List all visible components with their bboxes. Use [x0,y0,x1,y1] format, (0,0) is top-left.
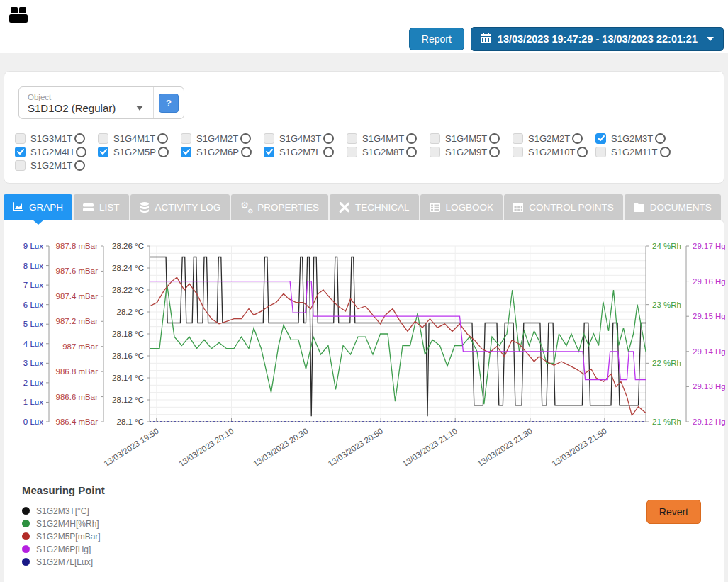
object-select-value: S1D1O2 (Regular) [28,102,116,114]
sensor-label: S1G2M3T [611,133,653,144]
svg-text:28.1 °C: 28.1 °C [117,418,144,426]
sensor-radio[interactable] [241,147,252,157]
sensor-radio[interactable] [323,147,334,157]
sensor-filter-item[interactable]: S1G2M8T [347,145,430,158]
tab-logbook[interactable]: LOGBOOK [420,194,503,220]
svg-text:28.12 °C: 28.12 °C [112,396,144,404]
sensor-radio[interactable] [406,147,417,157]
help-button[interactable]: ? [159,94,179,113]
legend-item: S1G2M6P[Hg] [22,543,724,555]
sensor-checkbox[interactable] [513,147,523,157]
legend-dot [22,545,30,553]
sensor-radio[interactable] [489,133,500,144]
app-logo-boxes-icon[interactable] [9,6,28,26]
tab-list[interactable]: LIST [74,194,129,220]
sensor-radio[interactable] [572,133,583,144]
sensor-label: S1G4M3T [279,133,321,144]
svg-text:24 %Rh: 24 %Rh [652,242,681,250]
sensor-checkbox[interactable] [181,133,191,144]
sensor-filter-item[interactable]: S1G2M7L [264,145,347,158]
svg-text:0 Lux: 0 Lux [23,418,43,426]
sensor-radio[interactable] [406,133,417,144]
date-range-picker[interactable]: 13/03/2023 19:47:29 - 13/03/2023 22:01:2… [471,27,724,51]
sensor-radio[interactable] [74,133,85,144]
tab-properties[interactable]: PROPERTIES [231,194,328,220]
sensor-radio[interactable] [74,160,85,171]
revert-button[interactable]: Revert [646,500,701,524]
sensor-label: S1G4M4T [362,133,404,144]
gears-icon [240,201,252,213]
sensor-radio[interactable] [577,147,588,157]
sensor-filter-item[interactable]: S1G4M2T [181,132,264,145]
sensor-checkbox[interactable] [430,147,440,157]
svg-text:987.8 mBar: 987.8 mBar [56,242,99,250]
sensor-radio[interactable] [489,147,500,157]
sensor-checkbox[interactable] [430,133,440,144]
legend-label: S1G2M3T[°C] [36,506,89,516]
sensor-checkbox[interactable] [595,147,606,157]
tab-technical-label: TECHNICAL [355,202,410,213]
y-axis-lux: 9 Lux8 Lux7 Lux6 Lux5 Lux4 Lux3 Lux2 Lux… [23,242,49,426]
svg-text:28.16 °C: 28.16 °C [112,352,144,360]
sensor-radio[interactable] [158,147,169,157]
sensor-filter-item[interactable]: S1G2M6P [181,145,264,158]
tab-control-points[interactable]: CONTROL POINTS [504,194,623,220]
tab-documents[interactable]: DOCUMENTS [625,194,721,220]
sensor-label: S1G4M5T [445,133,487,144]
sensor-checkbox[interactable] [15,147,26,157]
sensor-checkbox[interactable] [181,147,191,157]
sensor-checkbox[interactable] [347,147,357,157]
legend-item: S1G2M7L[Lux] [22,556,724,568]
tab-technical[interactable]: TECHNICAL [330,194,419,220]
sensor-filter-item[interactable]: S1G2M10T [513,145,595,158]
sensor-filter-item[interactable]: S1G2M2T [513,132,595,145]
legend-item: S1G2M3T[°C] [22,505,724,517]
sensor-filter-item[interactable]: S1G4M5T [430,132,513,145]
sensor-checkbox[interactable] [513,133,523,144]
calendar-icon [481,33,491,45]
tab-list-label: LIST [99,202,120,213]
tab-activity-log[interactable]: ACTIVITY LOG [130,194,230,220]
date-range-label: 13/03/2023 19:47:29 - 13/03/2023 22:01:2… [498,33,698,45]
sensor-radio[interactable] [655,133,666,144]
sensor-checkbox[interactable] [264,147,274,157]
svg-text:1 Lux: 1 Lux [23,398,43,406]
sensor-label: S1G4M1T [113,133,155,144]
sensor-checkbox[interactable] [595,133,606,144]
sensor-filter-item[interactable]: S1G2M5P [98,145,181,158]
svg-text:28.26 °C: 28.26 °C [112,242,144,250]
sensor-filter-item[interactable]: S1G2M9T [430,145,513,158]
sensor-checkbox[interactable] [15,160,26,171]
app-header: Report 13/03/2023 19:47:29 - 13/03/2023 … [0,0,728,53]
sensor-filter-item[interactable]: S1G4M3T [264,132,347,145]
sensor-filter-item[interactable]: S1G2M11T [595,145,678,158]
tab-control-points-label: CONTROL POINTS [529,202,614,213]
svg-text:13/03/2023 20:50: 13/03/2023 20:50 [327,427,385,469]
report-button[interactable]: Report [409,28,464,50]
sensor-label: S1G2M8T [362,147,404,157]
sensor-radio[interactable] [157,133,168,144]
sensor-filter-item[interactable]: S1G4M4T [347,132,430,145]
sensor-radio[interactable] [240,133,251,144]
svg-text:13/03/2023 21:30: 13/03/2023 21:30 [476,427,534,469]
sensor-filter-item[interactable]: S1G2M3T [595,132,678,145]
object-select[interactable]: Object S1D1O2 (Regular) ? [18,86,184,119]
legend-label: S1G2M4H[%Rh] [36,519,99,529]
svg-text:21 %Rh: 21 %Rh [652,418,681,426]
sensor-checkbox[interactable] [264,133,274,144]
tab-graph[interactable]: GRAPH [4,194,72,220]
logbook-icon [430,203,440,212]
sensor-filter-item[interactable]: S1G2M4H [15,145,98,158]
sensor-checkbox[interactable] [347,133,357,144]
sensor-checkbox[interactable] [15,133,26,144]
sensor-radio[interactable] [76,147,86,157]
sensor-label: S1G2M7L [279,147,321,157]
sensor-filter-item[interactable]: S1G4M1T [98,132,181,145]
sensor-radio[interactable] [660,147,671,157]
table-grid-icon [513,203,523,212]
sensor-filter-item[interactable]: S1G3M1T [15,132,98,145]
sensor-checkbox[interactable] [98,147,108,157]
sensor-filter-item[interactable]: S1G2M1T [15,159,98,172]
sensor-checkbox[interactable] [98,133,108,144]
sensor-radio[interactable] [323,133,334,144]
